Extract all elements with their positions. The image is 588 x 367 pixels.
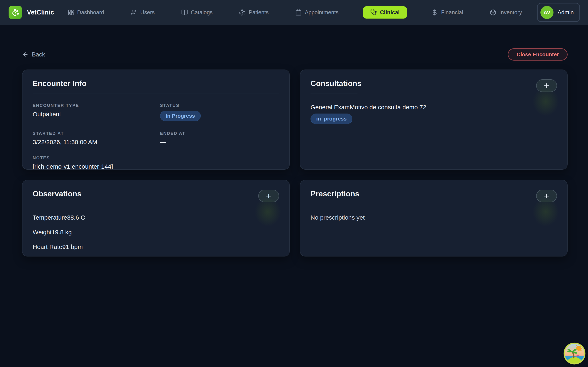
nav-item-appointments[interactable]: Appointments bbox=[293, 6, 341, 19]
observation-list-item: Heart Rate91 bpm bbox=[33, 243, 279, 250]
nav-item-patients[interactable]: Patients bbox=[237, 6, 271, 19]
paw-icon bbox=[239, 9, 246, 16]
back-label: Back bbox=[32, 51, 45, 58]
consultation-list-item[interactable]: General ExamMotivo de consulta demo 72 i… bbox=[311, 104, 557, 124]
field-ended-at: ENDED AT — bbox=[160, 131, 279, 146]
consultations-card: Consultations + General ExamMotivo de co… bbox=[300, 69, 568, 170]
card-title: Prescriptions bbox=[311, 190, 359, 198]
consultations-header: Consultations + bbox=[311, 79, 557, 94]
field-status: STATUS In Progress bbox=[160, 103, 279, 121]
observations-card: Observations + Temperature38.6 C Weight1… bbox=[22, 180, 290, 257]
back-button[interactable]: Back bbox=[22, 51, 45, 58]
card-title: Observations bbox=[33, 190, 81, 198]
encounter-info-card: Encounter Info ENCOUNTER TYPE Outpatient… bbox=[22, 69, 290, 170]
nav-item-label: Dashboard bbox=[77, 9, 104, 16]
consultation-status-badge: in_progress bbox=[311, 114, 352, 124]
users-icon bbox=[131, 9, 137, 16]
card-title: Consultations bbox=[311, 79, 361, 88]
title-divider bbox=[311, 94, 357, 94]
nav-item-label: Clinical bbox=[380, 9, 399, 16]
field-label: STARTED AT bbox=[33, 131, 152, 136]
title-divider bbox=[33, 204, 80, 204]
top-navigation: VetClinic Dashboard Users Catalogs bbox=[0, 0, 588, 25]
field-value: [rich-demo-v1:encounter-144] bbox=[33, 163, 279, 170]
brand[interactable]: VetClinic bbox=[9, 6, 54, 19]
observations-header: Observations + bbox=[33, 190, 279, 204]
brand-name: VetClinic bbox=[27, 9, 54, 16]
field-label: STATUS bbox=[160, 103, 279, 108]
field-label: NOTES bbox=[33, 155, 279, 160]
paw-icon bbox=[11, 8, 19, 16]
dollar-icon bbox=[432, 9, 438, 16]
nav-item-label: Catalogs bbox=[191, 9, 213, 16]
nav-item-catalogs[interactable]: Catalogs bbox=[179, 6, 215, 19]
vetclinic-logo bbox=[9, 6, 22, 19]
nav-item-dashboard[interactable]: Dashboard bbox=[66, 6, 106, 19]
encounter-detail-page: Back Close Encounter Encounter Info ENCO… bbox=[0, 25, 588, 257]
admin-user-chip[interactable]: AV Admin bbox=[537, 3, 580, 22]
cards-grid: Encounter Info ENCOUNTER TYPE Outpatient… bbox=[22, 69, 568, 257]
title-divider bbox=[311, 204, 357, 204]
observation-list-item: Temperature38.6 C bbox=[33, 214, 279, 221]
empty-state-message: No prescriptions yet bbox=[311, 214, 557, 221]
consultation-name: General ExamMotivo de consulta demo 72 bbox=[311, 104, 557, 111]
field-notes: NOTES [rich-demo-v1:encounter-144] bbox=[33, 155, 279, 170]
consultations-list: General ExamMotivo de consulta demo 72 i… bbox=[311, 104, 557, 124]
encounter-info-header: Encounter Info bbox=[33, 79, 279, 94]
field-started-at: STARTED AT 3/22/2026, 11:30:00 AM bbox=[33, 131, 152, 146]
observation-list-item: Weight19.8 kg bbox=[33, 229, 279, 236]
field-value: — bbox=[160, 139, 279, 146]
nav-item-users[interactable]: Users bbox=[129, 6, 157, 19]
package-icon bbox=[490, 9, 496, 16]
prescriptions-card: Prescriptions + No prescriptions yet bbox=[300, 180, 568, 257]
page-toolbar: Back Close Encounter bbox=[22, 48, 568, 60]
main-nav: Dashboard Users Catalogs Patients bbox=[66, 6, 524, 19]
status-badge: In Progress bbox=[160, 111, 201, 121]
nav-item-financial[interactable]: Financial bbox=[429, 6, 465, 19]
prescriptions-header: Prescriptions + bbox=[311, 190, 557, 204]
field-encounter-type: ENCOUNTER TYPE Outpatient bbox=[33, 103, 152, 121]
nav-item-clinical[interactable]: Clinical bbox=[363, 6, 407, 18]
admin-label: Admin bbox=[558, 9, 574, 16]
add-observation-button[interactable]: + bbox=[258, 190, 279, 202]
prescriptions-list: No prescriptions yet bbox=[311, 214, 557, 221]
add-prescription-button[interactable]: + bbox=[536, 190, 557, 202]
encounter-info-fields: ENCOUNTER TYPE Outpatient STATUS In Prog… bbox=[33, 103, 279, 170]
nav-item-inventory[interactable]: Inventory bbox=[488, 6, 524, 19]
desert-island-icon bbox=[563, 342, 586, 365]
nav-item-label: Patients bbox=[249, 9, 269, 16]
stethoscope-icon bbox=[370, 9, 377, 16]
field-value: Outpatient bbox=[33, 111, 152, 118]
island-emoji-badge[interactable] bbox=[563, 342, 586, 365]
close-encounter-button[interactable]: Close Encounter bbox=[508, 48, 568, 60]
field-label: ENDED AT bbox=[160, 131, 279, 136]
card-title: Encounter Info bbox=[33, 79, 279, 88]
arrow-left-icon bbox=[22, 51, 29, 58]
nav-item-label: Appointments bbox=[305, 9, 338, 16]
avatar: AV bbox=[540, 6, 553, 19]
add-consultation-button[interactable]: + bbox=[536, 79, 557, 92]
nav-item-label: Inventory bbox=[499, 9, 522, 16]
book-open-icon bbox=[181, 9, 188, 16]
observations-list: Temperature38.6 C Weight19.8 kg Heart Ra… bbox=[33, 214, 279, 250]
calendar-icon bbox=[295, 9, 302, 16]
nav-item-label: Users bbox=[140, 9, 155, 16]
dashboard-icon bbox=[68, 9, 74, 16]
field-value: 3/22/2026, 11:30:00 AM bbox=[33, 139, 152, 146]
field-label: ENCOUNTER TYPE bbox=[33, 103, 152, 108]
nav-item-label: Financial bbox=[441, 9, 463, 16]
